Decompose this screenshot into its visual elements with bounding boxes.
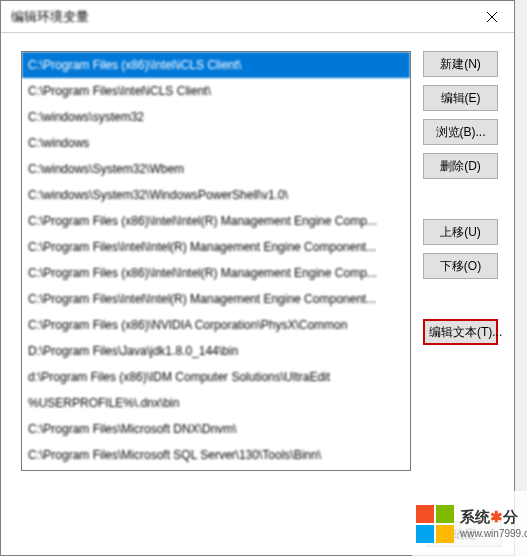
list-item[interactable]: C:\Program Files (x86)\Intel\Intel(R) Ma… — [22, 260, 410, 286]
list-item[interactable]: D:\Program Files\Java\jdk1.8.0_144\bin — [22, 338, 410, 364]
list-item[interactable]: C:\Program Files\Intel\iCLS Client\ — [22, 78, 410, 104]
move-down-button[interactable]: 下移(O) — [423, 253, 498, 279]
spacer — [423, 187, 498, 211]
dialog-window: 编辑环境变量 C:\Program Files (x86)\Intel\iCLS… — [0, 0, 515, 556]
watermark-text: 系统✱分 www.win7999.com — [460, 506, 527, 541]
list-item[interactable]: C:\Program Files\Intel\Intel(R) Manageme… — [22, 286, 410, 312]
list-item[interactable]: C:\windows\System32\WindowsPowerShell\v1… — [22, 182, 410, 208]
titlebar: 编辑环境变量 — [1, 1, 514, 33]
window-title: 编辑环境变量 — [11, 8, 89, 26]
list-item[interactable]: C:\Program Files\Microsoft SQL Server\13… — [22, 442, 410, 468]
logo-icon — [416, 505, 454, 543]
watermark-line1: 系统✱分 — [460, 506, 527, 527]
button-column: 新建(N) 编辑(E) 浏览(B)... 删除(D) 上移(U) 下移(O) 编… — [423, 51, 498, 471]
watermark-line2: www.win7999.com — [460, 527, 527, 541]
list-item[interactable]: C:\windows — [22, 130, 410, 156]
close-icon — [487, 12, 497, 22]
path-listbox[interactable]: C:\Program Files (x86)\Intel\iCLS Client… — [21, 51, 411, 471]
list-item[interactable]: C:\Program Files\Intel\Intel(R) Manageme… — [22, 234, 410, 260]
edit-button[interactable]: 编辑(E) — [423, 85, 498, 111]
list-item[interactable]: C:\Program Files (x86)\Intel\Intel(R) Ma… — [22, 208, 410, 234]
list-item[interactable]: d:\Program Files (x86)\IDM Computer Solu… — [22, 364, 410, 390]
close-button[interactable] — [469, 1, 514, 32]
list-item[interactable]: %USERPROFILE%\.dnx\bin — [22, 390, 410, 416]
spacer — [423, 287, 498, 311]
edit-text-button[interactable]: 编辑文本(T)... — [423, 319, 498, 345]
new-button[interactable]: 新建(N) — [423, 51, 498, 77]
list-item[interactable]: C:\windows\system32 — [22, 104, 410, 130]
content-area: C:\Program Files (x86)\Intel\iCLS Client… — [1, 33, 514, 481]
list-item[interactable]: C:\Program Files (x86)\Intel\iCLS Client… — [22, 52, 410, 78]
move-up-button[interactable]: 上移(U) — [423, 219, 498, 245]
list-item[interactable]: D:\android\AndroidSDK\platform-tools — [22, 468, 410, 471]
list-item[interactable]: C:\Program Files\Microsoft DNX\Dnvm\ — [22, 416, 410, 442]
list-item[interactable]: C:\windows\System32\Wbem — [22, 156, 410, 182]
delete-button[interactable]: 删除(D) — [423, 153, 498, 179]
watermark: 系统✱分 www.win7999.com — [412, 491, 527, 556]
list-item[interactable]: C:\Program Files (x86)\NVIDIA Corporatio… — [22, 312, 410, 338]
browse-button[interactable]: 浏览(B)... — [423, 119, 498, 145]
